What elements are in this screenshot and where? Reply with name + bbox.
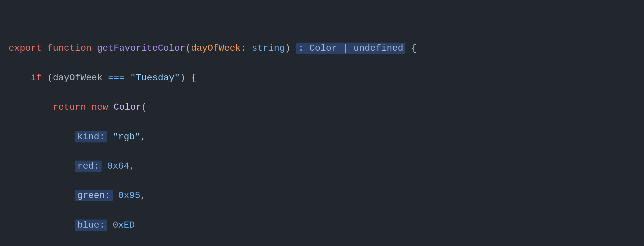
comma: , — [140, 131, 146, 142]
inlay-hint-param: kind: — [75, 131, 107, 142]
type-annotation: string — [252, 43, 285, 54]
operator-equals: === — [108, 73, 125, 83]
string-literal: "rgb" — [113, 131, 140, 142]
paren-close: ) — [285, 43, 290, 54]
brace-open: { — [191, 73, 197, 83]
inlay-hint-param: red: — [75, 161, 102, 172]
code-line: green: 0x95, — [9, 188, 635, 203]
constructor-name: Color — [114, 102, 141, 112]
inlay-hint-return-type: : Color | undefined — [296, 43, 406, 54]
param-name: dayOfWeek — [191, 43, 241, 54]
paren-open: ( — [47, 73, 53, 83]
comma: , — [140, 190, 146, 201]
keyword-return: return — [53, 102, 86, 112]
keyword-new: new — [92, 102, 108, 112]
paren-close: ) — [180, 73, 185, 83]
inlay-hint-param: blue: — [75, 220, 107, 231]
paren-open: ( — [141, 102, 147, 112]
code-line: red: 0x64, — [9, 159, 635, 173]
number-literal: 0x95 — [118, 190, 140, 201]
keyword-if: if — [31, 73, 42, 83]
code-line: export function getFavoriteColor(dayOfWe… — [9, 41, 635, 56]
code-editor[interactable]: export function getFavoriteColor(dayOfWe… — [9, 41, 635, 246]
keyword-function: function — [47, 43, 92, 54]
code-line: return new Color( — [9, 100, 635, 115]
variable: dayOfWeek — [53, 73, 103, 83]
number-literal: 0x64 — [107, 161, 129, 171]
colon: : — [241, 43, 246, 54]
code-line: if (dayOfWeek === "Tuesday") { — [9, 70, 635, 85]
keyword-export: export — [9, 43, 42, 54]
function-name: getFavoriteColor — [97, 43, 185, 54]
paren-open: ( — [186, 43, 191, 54]
inlay-hint-param: green: — [75, 190, 113, 201]
number-literal: 0xED — [113, 220, 135, 230]
comma: , — [129, 161, 135, 171]
string-literal: "Tuesday" — [130, 73, 180, 83]
code-line: kind: "rgb", — [9, 129, 635, 144]
brace-open: { — [411, 43, 417, 54]
code-line: blue: 0xED — [9, 218, 635, 232]
